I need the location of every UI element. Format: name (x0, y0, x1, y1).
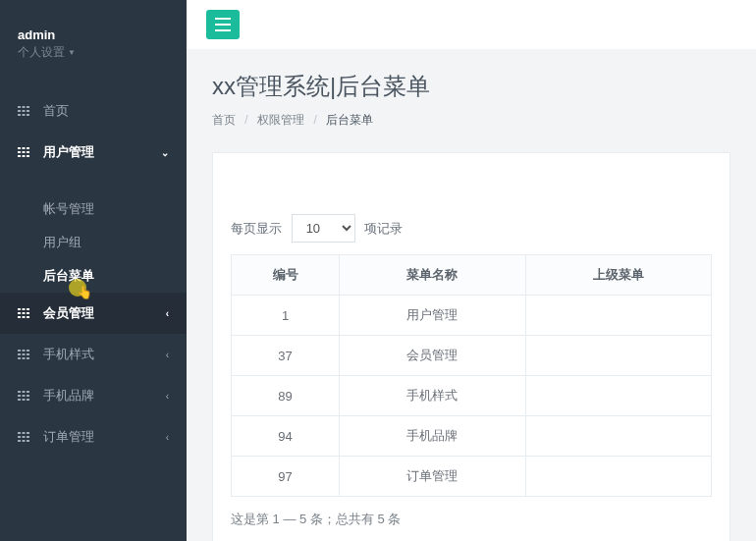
svg-rect-56 (215, 29, 231, 31)
svg-rect-38 (27, 391, 29, 393)
svg-rect-45 (18, 432, 21, 434)
col-parent[interactable]: 上级菜单 (525, 255, 712, 296)
svg-rect-28 (23, 350, 26, 352)
table-row: 89手机样式 (232, 376, 712, 416)
svg-rect-15 (18, 155, 21, 157)
svg-rect-5 (27, 110, 29, 112)
sidebar-item-phone-style: 手机样式 ‹ (0, 334, 187, 375)
breadcrumb-home[interactable]: 首页 (212, 113, 236, 127)
cell-id: 89 (232, 376, 340, 416)
svg-rect-20 (27, 308, 29, 310)
svg-rect-16 (23, 155, 26, 157)
table-header-row: 编号 菜单名称 上级菜单 (232, 255, 712, 296)
svg-rect-1 (23, 106, 26, 108)
breadcrumb-permission[interactable]: 权限管理 (257, 113, 304, 127)
table-info: 这是第 1 — 5 条；总共有 5 条 (231, 511, 712, 528)
submenu-item-usergroup: 用户组 (0, 226, 187, 259)
table-row: 1用户管理 (232, 296, 712, 336)
col-name[interactable]: 菜单名称 (340, 255, 526, 296)
length-suffix: 项记录 (364, 221, 403, 236)
svg-rect-23 (27, 312, 29, 314)
col-id[interactable]: 编号 (232, 255, 340, 296)
breadcrumb-current: 后台菜单 (326, 113, 373, 127)
svg-rect-14 (27, 151, 29, 153)
svg-rect-44 (27, 399, 29, 401)
svg-rect-2 (27, 106, 29, 108)
cell-parent (525, 376, 712, 416)
svg-rect-48 (18, 436, 21, 438)
svg-rect-33 (18, 357, 21, 359)
svg-rect-3 (18, 110, 21, 112)
cell-name: 会员管理 (340, 336, 526, 376)
grid-icon (18, 308, 33, 318)
svg-rect-19 (23, 308, 26, 310)
breadcrumb: 首页 / 权限管理 / 后台菜单 (212, 112, 730, 129)
table-row: 94手机品牌 (232, 416, 712, 457)
svg-rect-30 (18, 353, 21, 355)
cell-id: 37 (232, 336, 340, 376)
user-settings-label: 个人设置 (18, 44, 65, 61)
grid-icon (18, 147, 33, 157)
svg-rect-27 (18, 350, 21, 352)
svg-rect-51 (18, 440, 21, 442)
svg-rect-55 (215, 24, 231, 26)
svg-rect-52 (23, 440, 26, 442)
grid-icon (18, 350, 33, 359)
svg-rect-0 (18, 106, 21, 108)
grid-icon (18, 106, 33, 116)
sidebar-item-member-mgmt: 会员管理 ‹ (0, 293, 187, 334)
chevron-left-icon: ‹ (166, 391, 169, 402)
sidebar-item-user-mgmt: 用户管理 ⌄ 帐号管理 用户组 后台菜单 (0, 132, 187, 293)
svg-rect-29 (27, 350, 29, 352)
sidebar-item-label: 手机样式 (43, 346, 94, 363)
svg-rect-36 (18, 391, 21, 393)
cell-name: 用户管理 (340, 296, 526, 336)
toggle-sidebar-button[interactable] (206, 10, 240, 39)
cell-parent (525, 457, 712, 497)
grid-icon (18, 391, 33, 401)
svg-rect-39 (18, 395, 21, 397)
chevron-left-icon: ‹ (166, 432, 169, 443)
svg-rect-13 (23, 151, 26, 153)
table-row: 37会员管理 (232, 336, 712, 376)
content: xx管理系统|后台菜单 首页 / 权限管理 / 后台菜单 每页显示 10 项记录… (187, 49, 756, 541)
svg-rect-18 (18, 308, 21, 310)
svg-rect-50 (27, 436, 29, 438)
svg-rect-40 (23, 395, 26, 397)
data-table: 编号 菜单名称 上级菜单 1用户管理37会员管理89手机样式94手机品牌97订单… (231, 254, 712, 497)
table-row: 97订单管理 (232, 457, 712, 497)
submenu-label: 用户组 (43, 234, 81, 251)
sidebar-item-label: 会员管理 (43, 304, 94, 322)
svg-rect-37 (23, 391, 26, 393)
page-title: xx管理系统|后台菜单 (212, 71, 730, 102)
svg-rect-54 (215, 18, 231, 20)
svg-rect-41 (27, 395, 29, 397)
cell-parent (525, 416, 712, 457)
svg-rect-9 (18, 147, 21, 149)
svg-rect-32 (27, 353, 29, 355)
cell-parent (525, 296, 712, 336)
svg-rect-4 (23, 110, 26, 112)
svg-rect-10 (23, 147, 26, 149)
cell-name: 手机品牌 (340, 416, 526, 457)
user-block: admin 个人设置 ▼ (0, 0, 187, 71)
cell-id: 1 (232, 296, 340, 336)
svg-rect-12 (18, 151, 21, 153)
sidebar-item-phone-brand: 手机品牌 ‹ (0, 375, 187, 416)
submenu-label: 帐号管理 (43, 200, 94, 218)
user-settings-link[interactable]: 个人设置 ▼ (18, 44, 169, 61)
breadcrumb-sep: / (244, 113, 247, 127)
page-length-select[interactable]: 10 (292, 214, 355, 243)
svg-rect-46 (23, 432, 26, 434)
cell-name: 订单管理 (340, 457, 526, 497)
chevron-left-icon: ‹ (166, 350, 169, 360)
submenu-label: 后台菜单 (43, 267, 94, 285)
sidebar: admin 个人设置 ▼ 首页 用户管理 ⌄ 帐号管理 (0, 0, 187, 541)
cell-name: 手机样式 (340, 376, 526, 416)
svg-rect-35 (27, 357, 29, 359)
breadcrumb-sep: / (313, 113, 316, 127)
length-control: 每页显示 10 项记录 (231, 214, 712, 243)
sidebar-item-home: 首页 (0, 90, 187, 132)
svg-rect-31 (23, 353, 26, 355)
submenu: 帐号管理 用户组 后台菜单 (0, 192, 187, 293)
